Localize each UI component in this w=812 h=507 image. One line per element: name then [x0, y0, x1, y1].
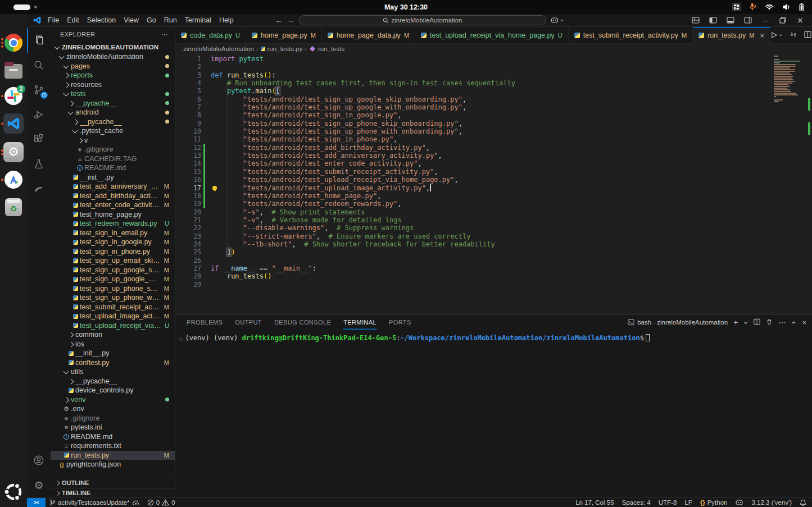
tree-item-test_add_anniversary_activity.py[interactable]: test_add_anniversary_activity.pyM — [51, 182, 175, 191]
customize-layout-icon[interactable] — [689, 15, 702, 26]
tree-item-android[interactable]: android — [51, 108, 175, 117]
panel-tab-terminal[interactable]: TERMINAL — [343, 315, 376, 330]
tree-item-.gitignore[interactable]: ◈.gitignore — [51, 145, 175, 154]
panel-tab-problems[interactable]: PROBLEMS — [187, 315, 223, 330]
wifi-icon[interactable] — [765, 3, 774, 11]
dock-slack[interactable]: 2 — [0, 84, 27, 108]
outline-section[interactable]: OUTLINE — [51, 478, 175, 488]
close-panel-icon[interactable]: × — [802, 318, 806, 327]
tree-item-test_upload_image_activity.py[interactable]: test_upload_image_activity.pyM — [51, 312, 175, 321]
code-line-22[interactable]: 22 "--disable-warnings", # Suppress warn… — [175, 224, 812, 232]
code-line-18[interactable]: 18 "tests/android/test_home_page.py", — [175, 192, 812, 200]
remote-indicator[interactable]: >< — [27, 498, 46, 507]
code-line-1[interactable]: 1import pytest — [175, 55, 812, 63]
problems-item[interactable]: 0 0 — [143, 498, 179, 507]
testing-icon[interactable] — [27, 152, 51, 176]
source-control-icon[interactable] — [27, 77, 51, 102]
tree-item-pytests.ini[interactable]: ≡pytests.ini — [51, 423, 175, 432]
tree-item-common[interactable]: common — [51, 330, 175, 340]
panel-more-actions-icon[interactable]: ⋯ — [778, 318, 786, 327]
code-line-11[interactable]: 11 "tests/android/test_sign_in_phone.py"… — [175, 135, 812, 143]
microphone-icon[interactable] — [749, 3, 756, 11]
tree-item-v[interactable]: v — [51, 136, 175, 145]
code-line-8[interactable]: 8 "tests/android/test_sign_in_google.py"… — [175, 111, 812, 119]
menu-edit[interactable]: Edit — [63, 16, 83, 24]
tree-item-conftest.py[interactable]: conftest.pyM — [51, 358, 175, 368]
battery-icon[interactable] — [799, 3, 804, 11]
menu-terminal[interactable]: Terminal — [181, 16, 215, 24]
panel-tab-debug-console[interactable]: DEBUG CONSOLE — [274, 315, 331, 330]
tab-test_upload_receipt_via_home_page.py[interactable]: test_upload_receipt_via_home_page.pyU — [415, 27, 569, 43]
panel-tab-output[interactable]: OUTPUT — [235, 315, 262, 330]
python-interpreter[interactable]: 3.12.3 ('venv') — [747, 499, 796, 506]
encoding[interactable]: UTF-8 — [655, 499, 681, 506]
dock-android-studio[interactable] — [0, 167, 27, 192]
explorer-more-actions-icon[interactable]: ⋯ — [161, 31, 168, 38]
timeline-section[interactable]: TIMELINE — [51, 488, 175, 498]
breadcrumb-symbol[interactable]: run_tests — [318, 45, 344, 52]
tree-item-run_tests.py[interactable]: run_tests.pyM — [51, 451, 175, 460]
tree-item-__init__.py[interactable]: __init__.py — [51, 349, 175, 358]
git-branch-item[interactable]: activityTestcasesUpdate* — [46, 498, 143, 507]
overview-ruler[interactable] — [806, 53, 812, 314]
keyboard-layout-icon[interactable] — [732, 3, 741, 11]
panel-tab-ports[interactable]: PORTS — [389, 315, 411, 330]
explorer-icon[interactable] — [27, 28, 51, 53]
account-icon[interactable] — [27, 448, 51, 473]
tree-item-.gitignore[interactable]: ◈.gitignore — [51, 414, 175, 423]
tree-item-test_home_page.py[interactable]: test_home_page.py — [51, 210, 175, 220]
minimap[interactable] — [774, 56, 806, 104]
kill-terminal-icon[interactable] — [766, 318, 773, 327]
code-line-17[interactable]: 17 "tests/android/test_upload_image_acti… — [175, 184, 812, 192]
code-line-23[interactable]: 23 "--strict-markers", # Ensure markers … — [175, 232, 812, 240]
code-line-14[interactable]: 14 "tests/android/test_enter_code_activi… — [175, 159, 812, 167]
code-line-6[interactable]: 6 "tests/android/test_sign_up_google_ski… — [175, 95, 812, 103]
code-line-7[interactable]: 7 "tests/android/test_sign_up_google_wit… — [175, 103, 812, 111]
tree-item-test_enter_code_activity.py[interactable]: test_enter_code_activity.pyM — [51, 200, 175, 210]
tree-item-pyrightconfig.json[interactable]: {}pyrightconfig.json — [51, 460, 175, 469]
eol-sequence[interactable]: LF — [681, 499, 696, 506]
code-line-3[interactable]: 3def run_tests(): — [175, 71, 812, 79]
terminal-dropdown-icon[interactable] — [743, 318, 748, 327]
tab-home_page_data.py[interactable]: home_page_data.pyM — [322, 27, 415, 43]
tree-item-ios[interactable]: ios — [51, 340, 175, 349]
tree-item-test_upload_receipt_via_home_p...[interactable]: test_upload_receipt_via_home_p...U — [51, 321, 175, 331]
tree-item-test_sign_in_phone.py[interactable]: test_sign_in_phone.pyM — [51, 247, 175, 257]
tree-item-test_sign_up_google_skip_onboa...[interactable]: test_sign_up_google_skip_onboa...M — [51, 266, 175, 275]
tree-item-__pycache__[interactable]: __pycache__ — [51, 117, 175, 127]
code-line-13[interactable]: 13 "tests/android/test_add_anniversary_a… — [175, 152, 812, 159]
breadcrumb-file[interactable]: run_tests.py — [267, 45, 303, 52]
code-line-28[interactable]: 28 run_tests() — [175, 272, 812, 280]
toggle-primary-sidebar-icon[interactable] — [707, 15, 719, 26]
back-icon[interactable]: ← — [275, 16, 283, 25]
code-line-29[interactable]: 29 — [175, 281, 812, 289]
menu-selection[interactable]: Selection — [83, 16, 120, 24]
maximize-panel-icon[interactable] — [791, 318, 796, 327]
restore-icon[interactable] — [777, 15, 789, 26]
code-line-15[interactable]: 15 "tests/android/test_submit_receipt_ac… — [175, 168, 812, 176]
tree-item-CACHEDIR.TAG[interactable]: ≡CACHEDIR.TAG — [51, 154, 175, 164]
tree-item-tests[interactable]: tests — [51, 89, 175, 99]
code-line-12[interactable]: 12 "tests/android/test_add_birthday_acti… — [175, 144, 812, 152]
code-line-5[interactable]: 5 pytest.main([ — [175, 87, 812, 95]
menu-help[interactable]: Help — [215, 16, 238, 24]
tree-item-test_sign_up_email_skip_onboar...[interactable]: test_sign_up_email_skip_onboar...M — [51, 256, 175, 266]
code-line-24[interactable]: 24 "--tb=short", # Show shorter tracebac… — [175, 240, 812, 248]
code-line-10[interactable]: 10 "tests/android/test_sign_up_phone_wit… — [175, 127, 812, 135]
split-editor-icon[interactable] — [804, 31, 811, 40]
dock-vscode[interactable] — [0, 111, 27, 136]
cursor-position[interactable]: Ln 17, Col 55 — [571, 499, 618, 506]
dock-chrome[interactable] — [0, 30, 27, 55]
tree-item-resources[interactable]: resources — [51, 80, 175, 90]
code-line-20[interactable]: 20 "-s", # Show print statements — [175, 208, 812, 216]
clock[interactable]: May 30 12:30 — [0, 3, 812, 11]
tree-item-test_redeem_rewards.py[interactable]: test_redeem_rewards.pyU — [51, 219, 175, 229]
run-or-debug-icon[interactable] — [790, 31, 797, 40]
code-line-4[interactable]: 4 # Run onboarding test cases first, the… — [175, 79, 812, 87]
tree-item-utils[interactable]: utils — [51, 367, 175, 377]
tree-item-reports[interactable]: reports — [51, 71, 175, 80]
split-terminal-icon[interactable] — [754, 318, 760, 327]
tab-home_page.py[interactable]: home_page.pyM — [246, 27, 322, 43]
kangaroo-extension-icon[interactable] — [27, 176, 51, 201]
breadcrumb-folder[interactable]: zinreloMobileAutomation — [183, 45, 254, 52]
